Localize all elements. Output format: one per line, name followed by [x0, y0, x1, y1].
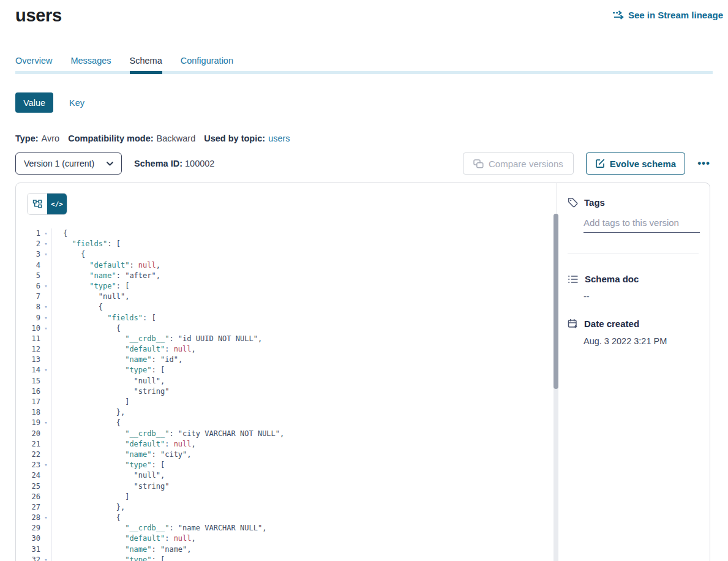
fold-arrow-spacer	[40, 492, 51, 502]
line-number: 22	[24, 450, 40, 460]
code-text: "fields": [	[51, 239, 121, 249]
code-text: ]	[51, 492, 129, 502]
code-line: 5 "name": "after",	[24, 271, 557, 281]
code-line: 4 "default": null,	[24, 260, 557, 271]
code-lines: 1▾{2▾ "fields": [3▾ {4 "default": null,5…	[16, 228, 557, 561]
code-line: 1▾{	[24, 228, 557, 239]
date-created-value: Aug. 3 2022 3:21 PM	[584, 336, 700, 346]
fold-arrow-icon[interactable]: ▾	[40, 302, 51, 312]
version-bar-actions: Compare versions Evolve schema •••	[463, 152, 713, 175]
code-text: },	[51, 502, 125, 513]
code-text: {	[51, 513, 121, 523]
line-number: 32	[24, 555, 40, 561]
fold-arrow-icon[interactable]: ▾	[40, 365, 51, 375]
line-number: 28	[24, 513, 40, 523]
fold-arrow-spacer	[40, 450, 51, 460]
line-number: 2	[24, 239, 40, 249]
fold-arrow-icon[interactable]: ▾	[40, 313, 51, 323]
page-title: users	[15, 5, 62, 26]
code-text: "type": [	[51, 365, 165, 375]
code-text: "fields": [	[51, 313, 156, 323]
stream-lineage-icon	[612, 10, 624, 20]
line-number: 24	[24, 470, 40, 481]
tags-input[interactable]	[584, 217, 700, 233]
code-line: 21 "default": null,	[24, 439, 557, 450]
line-number: 10	[24, 323, 40, 334]
code-line: 13 "name": "id",	[24, 355, 557, 365]
line-number: 19	[24, 418, 40, 428]
code-text: ]	[51, 397, 129, 407]
edit-icon	[595, 159, 605, 168]
code-text: "name": "after",	[51, 271, 160, 281]
version-select[interactable]: Version 1 (current)	[15, 152, 122, 175]
code-text: {	[51, 249, 85, 260]
code-text: "name": "id",	[51, 355, 182, 365]
code-view-button[interactable]: </>	[47, 194, 67, 214]
code-text: {	[51, 323, 121, 334]
code-text: "null",	[51, 376, 165, 386]
scrollbar-thumb[interactable]	[554, 214, 558, 389]
tab-overview[interactable]: Overview	[15, 56, 52, 71]
fold-arrow-spacer	[40, 544, 51, 555]
line-number: 7	[24, 292, 40, 302]
compare-versions-button[interactable]: Compare versions	[463, 152, 574, 175]
code-line: 23▾ "type": [	[24, 460, 557, 470]
code-line: 18 },	[24, 407, 557, 418]
more-options-button[interactable]: •••	[695, 157, 713, 170]
tabs-underline	[15, 71, 713, 74]
date-created-heading: Date created	[584, 318, 639, 329]
code-text: },	[51, 407, 125, 418]
line-number: 21	[24, 439, 40, 450]
fold-arrow-icon[interactable]: ▾	[40, 281, 51, 292]
compare-versions-label: Compare versions	[489, 159, 563, 169]
line-number: 11	[24, 334, 40, 344]
tab-messages[interactable]: Messages	[70, 56, 111, 71]
line-number: 3	[24, 249, 40, 260]
key-button[interactable]: Key	[69, 98, 84, 108]
code-line: 32▾ "type": [	[24, 555, 557, 561]
line-number: 6	[24, 281, 40, 292]
topic-link[interactable]: users	[268, 134, 290, 143]
code-line: 12 "default": null,	[24, 344, 557, 355]
tab-configuration[interactable]: Configuration	[181, 56, 233, 71]
fold-arrow-icon[interactable]: ▾	[40, 555, 51, 561]
code-line: 27 },	[24, 502, 557, 513]
evolve-schema-button[interactable]: Evolve schema	[586, 152, 685, 175]
code-text: "null",	[51, 470, 165, 481]
compatibility-label: Compatibility mode:	[68, 134, 153, 143]
fold-arrow-icon[interactable]: ▾	[40, 513, 51, 523]
tab-schema[interactable]: Schema	[130, 56, 162, 71]
code-line: 17 ]	[24, 397, 557, 407]
stream-lineage-link[interactable]: See in Stream lineage	[612, 10, 723, 20]
code-text: "default": null,	[51, 344, 196, 355]
code-line: 16 "string"	[24, 386, 557, 397]
view-toggle: </>	[27, 193, 67, 215]
line-number: 25	[24, 481, 40, 492]
fold-arrow-spacer	[40, 523, 51, 533]
editor-toolbar: </>	[16, 183, 557, 215]
fold-arrow-spacer	[40, 386, 51, 397]
code-line: 19▾ {	[24, 418, 557, 428]
list-icon	[568, 274, 579, 284]
fold-arrow-icon[interactable]: ▾	[40, 228, 51, 239]
line-number: 17	[24, 397, 40, 407]
fold-arrow-icon[interactable]: ▾	[40, 460, 51, 470]
tag-icon	[568, 197, 578, 208]
fold-arrow-spacer	[40, 439, 51, 450]
fold-arrow-icon[interactable]: ▾	[40, 323, 51, 334]
used-by-topic-label: Used by topic:	[204, 134, 265, 143]
tree-view-button[interactable]	[28, 194, 47, 214]
fold-arrow-spacer	[40, 292, 51, 302]
date-created-heading-row: Date created	[568, 318, 700, 329]
code-text: "__crdb__": "city VARCHAR NOT NULL",	[51, 429, 284, 439]
line-number: 26	[24, 492, 40, 502]
fold-arrow-icon[interactable]: ▾	[40, 239, 51, 249]
code-text: {	[51, 228, 67, 239]
fold-arrow-spacer	[40, 334, 51, 344]
line-number: 23	[24, 460, 40, 470]
fold-arrow-icon[interactable]: ▾	[40, 418, 51, 428]
scrollbar[interactable]	[554, 214, 558, 561]
fold-arrow-icon[interactable]: ▾	[40, 249, 51, 260]
value-button[interactable]: Value	[15, 92, 53, 113]
fold-arrow-spacer	[40, 271, 51, 281]
